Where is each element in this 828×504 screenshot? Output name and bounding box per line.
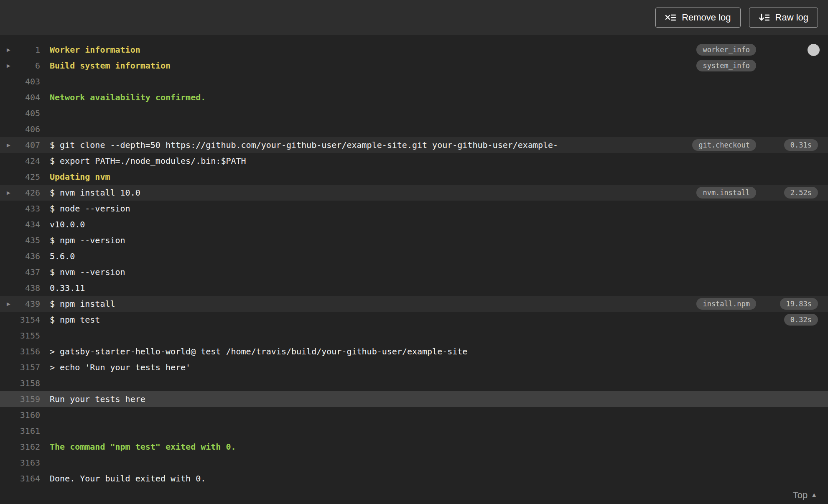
line-number[interactable]: 407 (0, 137, 40, 153)
line-text: $ npm test (50, 312, 100, 328)
duration-badge: 0.32s (784, 314, 818, 326)
line-number[interactable]: 438 (0, 280, 40, 296)
line-number[interactable]: 439 (0, 296, 40, 312)
line-number[interactable]: 3159 (0, 391, 40, 407)
line-text: $ npm --version (50, 232, 125, 248)
line-text: 5.6.0 (50, 248, 75, 264)
line-number[interactable]: 6 (0, 58, 40, 74)
line-text: The command "npm test" exited with 0. (50, 439, 236, 455)
log-line[interactable]: 435 $ npm --version (0, 232, 828, 248)
line-text: > gatsby-starter-hello-world@ test /home… (50, 344, 467, 359)
fold-tag-badge: system_info (696, 60, 756, 71)
line-number[interactable]: 3162 (0, 439, 40, 455)
log-line[interactable]: 424 $ export PATH=./node_modules/.bin:$P… (0, 153, 828, 169)
fold-tag-badge: worker_info (696, 44, 756, 56)
log-line[interactable]: 3157 > echo 'Run your tests here' (0, 359, 828, 375)
log-line[interactable]: 3154 $ npm test 0.32s (0, 312, 828, 328)
log-line[interactable]: 3158 (0, 375, 828, 391)
raw-log-icon (759, 13, 770, 22)
line-number[interactable]: 405 (0, 105, 40, 121)
line-number[interactable]: 1 (0, 42, 40, 58)
line-number[interactable]: 426 (0, 185, 40, 201)
log-line[interactable]: 403 (0, 74, 828, 89)
line-number[interactable]: 3161 (0, 423, 40, 439)
duration-badge: 19.83s (780, 298, 818, 310)
caret-up-icon: ▲ (811, 491, 817, 499)
top-label: Top (793, 490, 808, 501)
duration-badge: 2.52s (784, 187, 818, 199)
line-text: Updating nvm (50, 169, 110, 185)
fold-tag-badge: git.checkout (692, 139, 756, 151)
log-line[interactable]: 436 5.6.0 (0, 248, 828, 264)
line-text: $ npm install (50, 296, 115, 312)
log-line[interactable]: 425 Updating nvm (0, 169, 828, 185)
line-text: $ node --version (50, 201, 130, 216)
duration-badge: 0.31s (784, 139, 818, 151)
line-number[interactable]: 3155 (0, 328, 40, 344)
line-text: > echo 'Run your tests here' (50, 359, 191, 375)
line-number[interactable]: 3156 (0, 344, 40, 359)
log-line[interactable]: 3159 Run your tests here (0, 391, 828, 407)
line-text: $ nvm install 10.0 (50, 185, 140, 201)
line-number[interactable]: 3158 (0, 375, 40, 391)
scroll-to-top-link[interactable]: Top ▲ (793, 490, 817, 501)
log-line[interactable]: 3162 The command "npm test" exited with … (0, 439, 828, 455)
line-text: Build system information (50, 58, 171, 74)
raw-log-label: Raw log (775, 13, 808, 22)
line-text: Worker information (50, 42, 140, 58)
line-number[interactable]: 3164 (0, 471, 40, 486)
line-text: Done. Your build exited with 0. (50, 471, 206, 486)
line-number[interactable]: 436 (0, 248, 40, 264)
line-number[interactable]: 3157 (0, 359, 40, 375)
log-line[interactable]: 406 (0, 121, 828, 137)
log-line[interactable]: ▶ 439 $ npm install install.npm 19.83s (0, 296, 828, 312)
remove-log-icon (665, 13, 676, 22)
log-line[interactable]: 405 (0, 105, 828, 121)
line-number[interactable]: 435 (0, 232, 40, 248)
log-line[interactable]: 437 $ nvm --version (0, 264, 828, 280)
line-text: Network availability confirmed. (50, 89, 206, 105)
log-line[interactable]: 3161 (0, 423, 828, 439)
line-text: 0.33.11 (50, 280, 85, 296)
line-text: $ nvm --version (50, 264, 125, 280)
line-number[interactable]: 424 (0, 153, 40, 169)
line-number[interactable]: 403 (0, 74, 40, 89)
line-text: Run your tests here (50, 391, 145, 407)
line-number[interactable]: 404 (0, 89, 40, 105)
scrollbar-thumb[interactable] (808, 44, 820, 56)
log-line[interactable]: 3163 (0, 455, 828, 471)
line-number[interactable]: 406 (0, 121, 40, 137)
line-text: v10.0.0 (50, 216, 85, 232)
line-number[interactable]: 433 (0, 201, 40, 216)
log-line[interactable]: 3155 (0, 328, 828, 344)
log-line[interactable]: 3164 Done. Your build exited with 0. (0, 471, 828, 486)
log-line[interactable]: 404 Network availability confirmed. (0, 89, 828, 105)
build-log: ▶ 1 Worker information worker_info ▶ 6 B… (0, 35, 828, 486)
log-toolbar: Remove log Raw log (0, 0, 828, 35)
line-number[interactable]: 3160 (0, 407, 40, 423)
log-line[interactable]: 438 0.33.11 (0, 280, 828, 296)
log-line[interactable]: ▶ 426 $ nvm install 10.0 nvm.install 2.5… (0, 185, 828, 201)
log-line[interactable]: 434 v10.0.0 (0, 216, 828, 232)
remove-log-label: Remove log (682, 13, 731, 22)
line-number[interactable]: 425 (0, 169, 40, 185)
line-text: $ export PATH=./node_modules/.bin:$PATH (50, 153, 246, 169)
log-line[interactable]: ▶ 1 Worker information worker_info (0, 42, 828, 58)
log-line[interactable]: ▶ 407 $ git clone --depth=50 https://git… (0, 137, 828, 153)
line-text: $ git clone --depth=50 https://github.co… (50, 137, 558, 153)
line-number[interactable]: 3163 (0, 455, 40, 471)
log-line[interactable]: 3160 (0, 407, 828, 423)
log-line[interactable]: 3156 > gatsby-starter-hello-world@ test … (0, 344, 828, 359)
line-number[interactable]: 437 (0, 264, 40, 280)
remove-log-button[interactable]: Remove log (655, 8, 740, 28)
log-line[interactable]: ▶ 6 Build system information system_info (0, 58, 828, 74)
fold-tag-badge: nvm.install (696, 187, 756, 199)
fold-tag-badge: install.npm (696, 298, 756, 310)
line-number[interactable]: 434 (0, 216, 40, 232)
line-number[interactable]: 3154 (0, 312, 40, 328)
raw-log-button[interactable]: Raw log (749, 8, 818, 28)
log-line[interactable]: 433 $ node --version (0, 201, 828, 216)
